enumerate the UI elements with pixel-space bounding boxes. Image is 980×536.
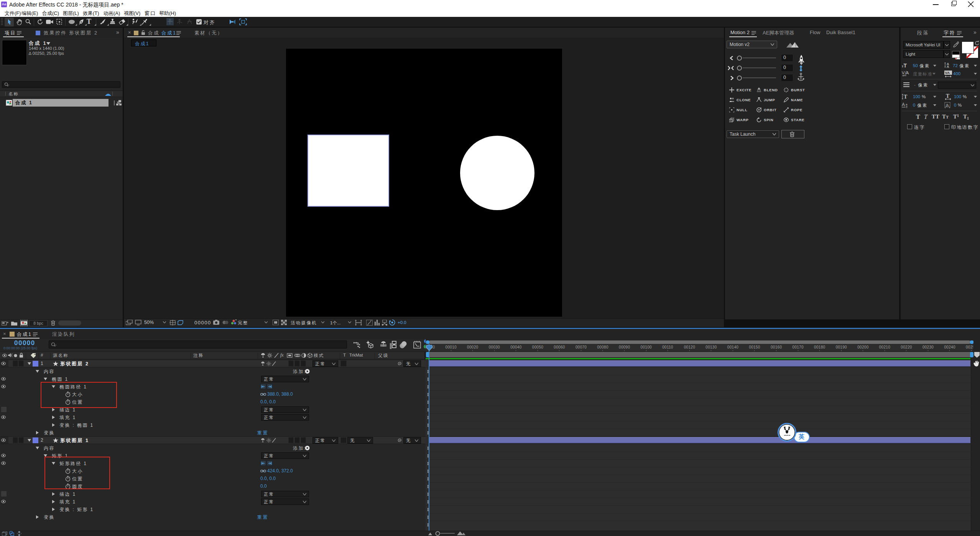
- svg-text:a: a: [906, 103, 908, 106]
- svg-text:VA: VA: [945, 71, 950, 75]
- svg-text:T: T: [904, 94, 908, 100]
- svg-text:あ: あ: [946, 103, 949, 107]
- svg-text:T: T: [946, 93, 950, 99]
- svg-text:A: A: [947, 65, 949, 68]
- svg-text:V: V: [902, 71, 905, 75]
- svg-text:A: A: [902, 102, 905, 107]
- svg-text:A: A: [906, 71, 909, 75]
